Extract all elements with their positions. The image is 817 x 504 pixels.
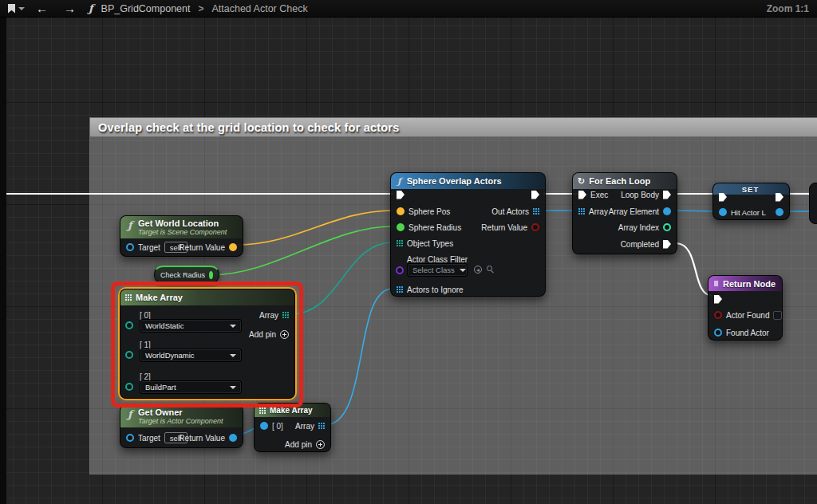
node-title: Sphere Overlap Actors bbox=[407, 176, 502, 186]
node-make-array-ignore[interactable]: Make Array [ 0] Array Add pin bbox=[254, 403, 331, 452]
node-set-hit-actor[interactable]: SET Hit Actor L bbox=[712, 183, 790, 220]
function-icon: ƒ bbox=[396, 176, 403, 187]
panel-edge-strip bbox=[0, 18, 6, 504]
breadcrumb-root[interactable]: BP_GridComponent bbox=[101, 3, 191, 14]
function-icon: ƒ bbox=[126, 219, 134, 231]
actor-found-label: Actor Found bbox=[726, 311, 769, 320]
element-pin-0[interactable] bbox=[260, 422, 268, 430]
back-button[interactable]: ← bbox=[31, 2, 53, 15]
exec-out-pin[interactable] bbox=[531, 191, 539, 199]
return-value-pin[interactable] bbox=[531, 223, 539, 231]
node-return[interactable]: Return Node Actor Found Found Actor bbox=[708, 275, 783, 341]
browse-icon[interactable] bbox=[487, 266, 492, 271]
bookmark-icon bbox=[8, 4, 15, 14]
target-label: Target bbox=[138, 434, 160, 443]
hit-actor-label: Hit Actor L bbox=[731, 208, 766, 217]
object-types-label: Object Types bbox=[407, 239, 453, 248]
class-picker-dropdown[interactable]: Select Class bbox=[407, 263, 468, 277]
array-label: Array bbox=[589, 207, 608, 216]
found-actor-label: Found Actor bbox=[726, 329, 769, 337]
zoom-level-label: Zoom 1:1 bbox=[767, 3, 809, 14]
add-pin-label: Add pin bbox=[285, 440, 312, 449]
array-index-pin[interactable] bbox=[663, 223, 671, 231]
out-actors-label: Out Actors bbox=[491, 207, 529, 216]
return-value-pin[interactable] bbox=[229, 243, 237, 251]
node-partial-right[interactable] bbox=[809, 183, 817, 224]
target-label: Target bbox=[138, 243, 160, 252]
exec-label: Exec bbox=[590, 191, 608, 199]
sphere-pos-label: Sphere Pos bbox=[408, 207, 450, 216]
check-radius-label: Check Radius bbox=[160, 271, 205, 279]
make-array-icon bbox=[259, 408, 266, 414]
chevron-down-icon bbox=[460, 269, 466, 272]
return-value-label: Return Value bbox=[179, 434, 225, 443]
completed-pin[interactable] bbox=[663, 240, 671, 249]
exec-in-pin[interactable] bbox=[578, 191, 586, 199]
out-actors-pin[interactable] bbox=[533, 208, 539, 215]
found-actor-pin[interactable] bbox=[714, 329, 722, 337]
loop-body-pin[interactable] bbox=[663, 191, 671, 199]
wire-object-element-hitactor[interactable] bbox=[674, 211, 717, 211]
exec-in-pin[interactable] bbox=[397, 191, 405, 199]
actors-to-ignore-pin[interactable] bbox=[397, 286, 403, 293]
node-subtitle: Target is Scene Component bbox=[138, 228, 227, 236]
node-title: Return Node bbox=[723, 279, 776, 289]
breadcrumb-current[interactable]: Attached Actor Check bbox=[211, 3, 307, 14]
sphere-radius-pin[interactable] bbox=[397, 223, 405, 231]
actor-class-filter-label: Actor Class Filter bbox=[407, 255, 468, 264]
return-node-icon bbox=[713, 280, 719, 287]
node-title: SET bbox=[742, 185, 759, 194]
completed-label: Completed bbox=[621, 240, 659, 249]
comment-title: Overlap check at the grid location to ch… bbox=[98, 121, 399, 134]
array-pin[interactable] bbox=[578, 208, 585, 215]
hit-actor-out-pin[interactable] bbox=[776, 208, 783, 216]
forward-button[interactable]: → bbox=[59, 2, 81, 15]
return-value-label: Return Value bbox=[179, 243, 225, 252]
node-subtitle: Target is Actor Component bbox=[138, 417, 223, 425]
exec-in-pin[interactable] bbox=[719, 193, 727, 202]
element-index: [ 0] bbox=[272, 422, 283, 431]
bookmark-button[interactable] bbox=[8, 4, 25, 14]
check-radius-pin[interactable] bbox=[209, 271, 213, 279]
loop-icon: ↻ bbox=[578, 177, 585, 185]
actor-class-filter-pin[interactable] bbox=[396, 266, 404, 274]
actors-to-ignore-label: Actors to Ignore bbox=[407, 285, 464, 294]
array-output-pin[interactable] bbox=[318, 423, 325, 429]
highlight-rectangle bbox=[111, 282, 303, 408]
comment-header[interactable]: Overlap check at the grid location to ch… bbox=[89, 117, 817, 137]
breadcrumb-separator: > bbox=[196, 3, 205, 14]
node-title: Get Owner bbox=[138, 408, 183, 417]
node-title: For Each Loop bbox=[589, 176, 650, 186]
array-element-pin[interactable] bbox=[663, 207, 671, 215]
sphere-radius-label: Sphere Radius bbox=[408, 223, 461, 232]
return-value-label: Return Value bbox=[481, 223, 527, 232]
loop-body-label: Loop Body bbox=[621, 191, 659, 199]
actor-found-pin[interactable] bbox=[714, 311, 722, 319]
node-get-world-location[interactable]: ƒ Get World Location Target is Scene Com… bbox=[120, 215, 243, 257]
node-get-owner[interactable]: ƒ Get Owner Target is Actor Component Ta… bbox=[120, 404, 243, 448]
return-value-pin[interactable] bbox=[229, 434, 237, 442]
target-pin[interactable] bbox=[126, 434, 134, 442]
chevron-down-icon bbox=[18, 7, 25, 10]
actor-found-checkbox[interactable] bbox=[773, 311, 782, 320]
array-output-label: Array bbox=[295, 422, 314, 431]
add-pin-icon[interactable] bbox=[316, 440, 325, 449]
function-icon: ƒ bbox=[87, 2, 95, 14]
class-picker-value: Select Class bbox=[412, 266, 455, 274]
hit-actor-in-pin[interactable] bbox=[719, 208, 727, 216]
graph-toolbar: ← → ƒ BP_GridComponent > Attached Actor … bbox=[0, 0, 817, 18]
array-element-label: Array Element bbox=[609, 207, 659, 216]
exec-out-pin[interactable] bbox=[776, 193, 783, 202]
node-sphere-overlap-actors[interactable]: ƒ Sphere Overlap Actors Sphere Pos Out A… bbox=[390, 172, 546, 297]
node-title: Get World Location bbox=[138, 219, 219, 228]
blueprint-graph-canvas[interactable]: Overlap check at the grid location to ch… bbox=[0, 0, 817, 504]
array-index-label: Array Index bbox=[618, 223, 659, 232]
exec-in-pin[interactable] bbox=[714, 295, 722, 304]
target-pin[interactable] bbox=[126, 243, 134, 251]
node-for-each-loop[interactable]: ↻ For Each Loop Exec Loop Body Array Arr… bbox=[572, 172, 677, 254]
function-icon: ƒ bbox=[126, 408, 134, 420]
use-asset-icon[interactable] bbox=[474, 266, 482, 274]
sphere-pos-pin[interactable] bbox=[397, 207, 405, 215]
object-types-pin[interactable] bbox=[397, 240, 403, 246]
